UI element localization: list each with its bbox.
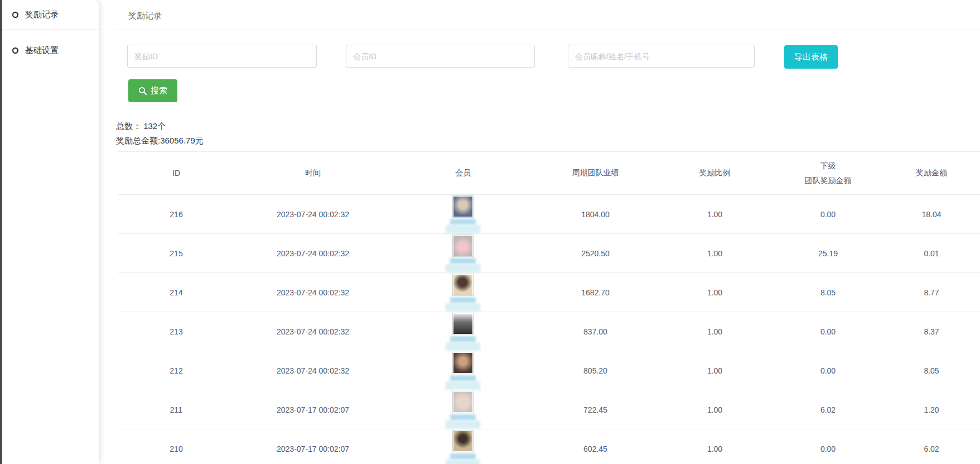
censored-nickname [450, 336, 476, 342]
cell-time: 2023-07-24 00:02:32 [234, 312, 392, 351]
table-row: 211 2023-07-17 00:02:07 722.45 1.00 6.02… [118, 390, 980, 429]
blurred-portrait-avatar[interactable] [452, 391, 474, 413]
cell-member [392, 273, 534, 312]
cell-ratio: 1.00 [656, 273, 773, 312]
col-id: ID [118, 152, 234, 195]
bw-photo-avatar[interactable] [452, 313, 474, 335]
censored-info [446, 264, 480, 272]
cell-id: 211 [118, 390, 234, 429]
cell-performance: 1804.00 [534, 195, 656, 234]
cell-member [392, 312, 534, 351]
cell-ratio: 1.00 [656, 312, 773, 351]
page-title: 奖励记录 [128, 11, 162, 21]
censored-nickname [450, 258, 476, 264]
cell-sub-amount: 25.19 [773, 234, 883, 273]
export-button-label: 导出表格 [794, 52, 828, 63]
col-member: 会员 [392, 152, 534, 195]
col-sub-amount: 下级 团队奖励金额 [773, 152, 883, 195]
total-amount: 奖励总金额:36056.79元 [116, 133, 204, 148]
table-row: 212 2023-07-24 00:02:32 805.20 1.00 0.00… [118, 351, 980, 390]
censored-nickname [450, 453, 476, 460]
cell-ratio: 1.00 [656, 351, 773, 390]
cell-id: 210 [118, 429, 234, 464]
censored-info [446, 460, 480, 464]
cell-id: 215 [118, 234, 234, 273]
cell-time: 2023-07-24 00:02:32 [234, 195, 392, 234]
member-id-input[interactable] [346, 45, 535, 68]
sidebar-item-label: 基础设置 [25, 45, 59, 56]
cell-amount: 0.01 [883, 234, 980, 273]
cell-performance: 722.45 [534, 390, 656, 429]
cell-performance: 1682.70 [534, 273, 656, 312]
censored-nickname [450, 219, 476, 225]
cell-sub-amount: 0.00 [773, 351, 883, 390]
cell-performance: 805.20 [534, 351, 656, 390]
cell-member [392, 195, 534, 234]
censored-info [446, 381, 480, 390]
table-row: 213 2023-07-24 00:02:32 837.00 1.00 0.00… [118, 312, 980, 351]
reward-table: ID 时间 会员 周期团队业绩 奖励比例 下级 团队奖励金额 奖励金额 216 … [118, 151, 980, 464]
sidebar-item-basic-settings[interactable]: 基础设置 [2, 37, 99, 64]
cell-member [392, 234, 534, 273]
col-amount: 奖励金额 [883, 152, 980, 195]
cell-sub-amount: 0.00 [773, 429, 883, 464]
cell-time: 2023-07-24 00:02:32 [234, 351, 392, 390]
cell-time: 2023-07-17 00:02:07 [234, 390, 392, 429]
cell-sub-amount: 8.05 [773, 273, 883, 312]
main-content: 奖励记录 导出表格 搜索 总数： 132个 奖励总金额:36056.79元 ID… [99, 0, 980, 464]
cell-id: 214 [118, 273, 234, 312]
cell-time: 2023-07-24 00:02:32 [234, 273, 392, 312]
reward-id-input[interactable] [127, 45, 317, 68]
export-table-button[interactable]: 导出表格 [784, 45, 838, 69]
cell-ratio: 1.00 [656, 195, 773, 234]
censored-info [446, 420, 480, 429]
sidebar-item-label: 奖励记录 [25, 9, 59, 20]
search-button[interactable]: 搜索 [128, 79, 177, 102]
cell-performance: 837.00 [534, 312, 656, 351]
cell-member [392, 390, 534, 429]
cell-ratio: 1.00 [656, 429, 773, 464]
censored-info [446, 225, 480, 233]
cell-member [392, 351, 534, 390]
member-name-input[interactable] [568, 45, 755, 68]
cell-time: 2023-07-17 00:02:07 [234, 429, 392, 464]
cell-performance: 602.45 [534, 429, 656, 464]
magnifier-icon [138, 87, 147, 95]
cell-amount: 18.04 [883, 195, 980, 234]
cell-amount: 1.20 [883, 390, 980, 429]
bunny-cartoon-avatar[interactable] [452, 235, 474, 257]
table-row: 210 2023-07-17 00:02:07 602.45 1.00 0.00… [118, 429, 980, 464]
cell-member [392, 429, 534, 464]
title-divider [115, 30, 980, 30]
table-row: 215 2023-07-24 00:02:32 2520.50 1.00 25.… [118, 234, 980, 273]
beige-portrait-avatar[interactable] [452, 430, 474, 452]
cell-ratio: 1.00 [656, 234, 773, 273]
sidebar-item-reward-records[interactable]: 奖励记录 [2, 0, 99, 30]
cat-photo-avatar[interactable] [452, 195, 474, 218]
summary-stats: 总数： 132个 奖励总金额:36056.79元 [116, 119, 204, 148]
cell-id: 212 [118, 351, 234, 390]
cell-amount: 6.02 [883, 429, 980, 464]
cell-sub-amount: 0.00 [773, 312, 883, 351]
censored-nickname [450, 414, 476, 420]
cell-sub-amount: 6.02 [773, 390, 883, 429]
total-count: 总数： 132个 [116, 119, 204, 133]
girl-cartoon-avatar[interactable] [452, 274, 474, 296]
cell-amount: 8.05 [883, 351, 980, 390]
sidebar: 奖励记录 基础设置 [2, 0, 99, 464]
table-header-row: ID 时间 会员 周期团队业绩 奖励比例 下级 团队奖励金额 奖励金额 [118, 152, 980, 195]
cell-amount: 8.77 [883, 273, 980, 312]
col-time: 时间 [234, 152, 392, 195]
table-row: 216 2023-07-24 00:02:32 1804.00 1.00 0.0… [118, 195, 980, 234]
portrait-photo-avatar[interactable] [452, 352, 474, 374]
radio-circle-icon [12, 47, 18, 54]
censored-info [446, 342, 480, 351]
table-row: 214 2023-07-24 00:02:32 1682.70 1.00 8.0… [118, 273, 980, 312]
censored-nickname [450, 375, 476, 381]
cell-performance: 2520.50 [534, 234, 656, 273]
cell-id: 216 [118, 195, 234, 234]
cell-id: 213 [118, 312, 234, 351]
col-performance: 周期团队业绩 [534, 152, 656, 195]
cell-amount: 8.37 [883, 312, 980, 351]
col-ratio: 奖励比例 [656, 152, 773, 195]
